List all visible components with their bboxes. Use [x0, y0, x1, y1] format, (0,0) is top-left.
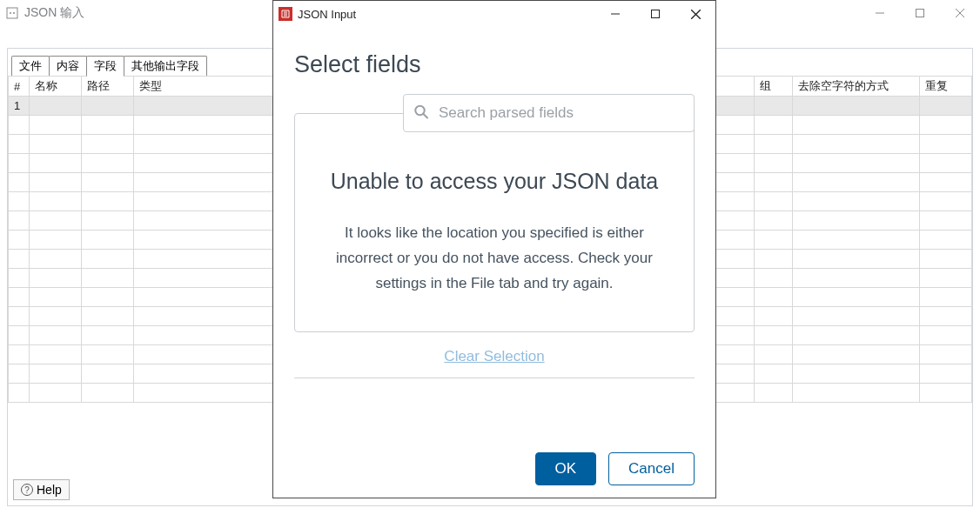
svg-rect-0	[7, 8, 17, 18]
dlg-footer: OK Cancel	[273, 440, 715, 498]
col-repeat[interactable]: 重复	[920, 77, 972, 97]
bg-close-button[interactable]	[940, 0, 980, 26]
help-button[interactable]: ? Help	[13, 479, 70, 500]
col-name[interactable]: 名称	[30, 77, 82, 97]
dlg-title: JSON Input	[298, 8, 356, 21]
cell-repeat	[920, 97, 972, 116]
error-panel: Unable to access your JSON data It looks…	[294, 113, 695, 332]
svg-line-12	[424, 114, 428, 118]
dlg-minimize-button[interactable]	[595, 1, 635, 27]
tab-extra-output[interactable]: 其他输出字段	[124, 56, 207, 76]
json-input-dialog: JSON Input Select fields Unable to acces…	[272, 0, 716, 498]
svg-rect-4	[916, 10, 924, 17]
json-app-icon	[279, 7, 292, 21]
cell-path	[82, 97, 134, 116]
cell-trim	[793, 97, 920, 116]
dlg-heading: Select fields	[294, 51, 695, 78]
dlg-window-controls	[595, 1, 715, 27]
cell-group	[755, 97, 793, 116]
json-input-app-icon	[5, 6, 19, 20]
dlg-body: Select fields Unable to access your JSON…	[273, 27, 715, 440]
clear-selection-link[interactable]: Clear Selection	[294, 348, 695, 365]
col-num[interactable]: #	[9, 77, 30, 97]
col-group[interactable]: 组	[755, 77, 793, 97]
tab-file[interactable]: 文件	[11, 56, 50, 76]
cell-num: 1	[9, 97, 30, 116]
help-icon: ?	[21, 484, 33, 496]
search-input[interactable]	[403, 94, 695, 132]
cell-name	[30, 97, 82, 116]
svg-rect-8	[652, 10, 660, 18]
dlg-maximize-button[interactable]	[635, 1, 675, 27]
dlg-close-button[interactable]	[675, 1, 715, 27]
bg-window-controls	[860, 0, 980, 26]
tab-fields[interactable]: 字段	[86, 56, 124, 77]
search-wrap	[403, 94, 695, 132]
bg-minimize-button[interactable]	[860, 0, 900, 26]
dlg-divider	[294, 378, 695, 378]
cancel-button[interactable]: Cancel	[608, 452, 695, 485]
error-title: Unable to access your JSON data	[321, 166, 668, 197]
error-body: It looks like the location you specified…	[321, 221, 668, 297]
col-trim[interactable]: 去除空字符的方式	[793, 77, 920, 97]
search-row	[294, 94, 695, 132]
col-path[interactable]: 路径	[82, 77, 134, 97]
svg-point-1	[10, 12, 11, 14]
help-label: Help	[37, 483, 62, 497]
ok-button[interactable]: OK	[535, 452, 597, 485]
search-icon	[413, 104, 429, 123]
svg-point-2	[13, 12, 15, 14]
bg-title: JSON 输入	[24, 5, 84, 21]
dlg-titlebar[interactable]: JSON Input	[273, 1, 715, 27]
bg-maximize-button[interactable]	[900, 0, 940, 26]
tab-content[interactable]: 内容	[49, 56, 87, 76]
